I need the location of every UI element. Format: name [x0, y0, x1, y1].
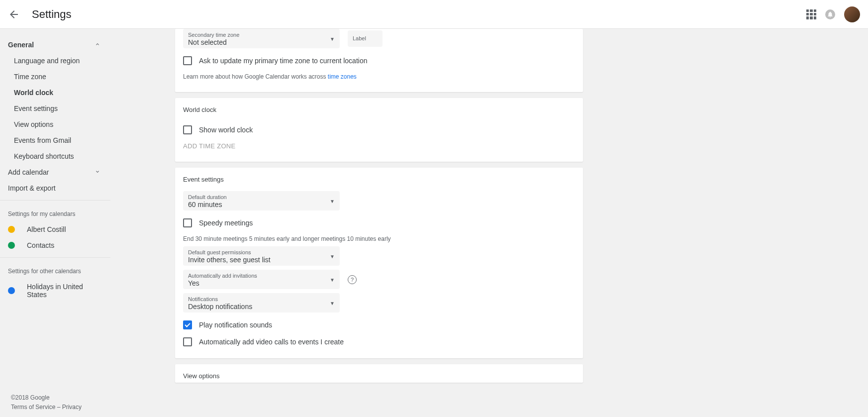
sidebar-item-viewoptions[interactable]: View options [0, 116, 110, 132]
sidebar: General Language and region Time zone Wo… [0, 29, 110, 403]
timezone-label-input[interactable]: Label [348, 30, 383, 47]
dropdown-arrow-icon: ▼ [330, 277, 335, 283]
default-duration-select[interactable]: Default duration 60 minutes ▼ [183, 191, 340, 210]
sidebar-item-gmail[interactable]: Events from Gmail [0, 132, 110, 148]
sidebar-general[interactable]: General [0, 37, 110, 53]
sidebar-item-eventsettings[interactable]: Event settings [0, 101, 110, 116]
checkbox-label: Ask to update my primary time zone to cu… [199, 57, 367, 65]
select-label: Label [353, 35, 366, 41]
apps-icon[interactable] [806, 9, 816, 19]
card-title: World clock [175, 98, 583, 121]
sidebar-item-timezone[interactable]: Time zone [0, 69, 110, 85]
checkbox-label: Play notification sounds [199, 321, 272, 329]
secondary-timezone-select[interactable]: Secondary time zone Not selected ▼ [183, 29, 340, 48]
select-value: Yes [188, 279, 257, 287]
calendar-item[interactable]: Contacts [0, 237, 110, 253]
calendar-item[interactable]: Holidays in United States [0, 279, 110, 303]
sidebar-addcalendar-label: Add calendar [8, 168, 49, 176]
calendar-item-label: Albert Costill [27, 225, 66, 233]
checkbox-label: Show world clock [199, 126, 253, 134]
select-value: 60 minutes [188, 201, 227, 208]
calendar-color-dot [8, 287, 15, 294]
select-label: Secondary time zone [188, 32, 239, 38]
page-title: Settings [32, 8, 72, 21]
back-arrow-icon[interactable] [8, 8, 20, 20]
sidebar-mycalendars-label: Settings for my calendars [0, 207, 110, 221]
sidebar-importexport[interactable]: Import & export [0, 180, 110, 196]
select-label: Notifications [188, 296, 252, 302]
chevron-up-icon [95, 41, 100, 49]
auto-invitations-select[interactable]: Automatically add invitations Yes ▼ [183, 270, 340, 289]
user-avatar[interactable] [844, 6, 860, 22]
show-worldclock-checkbox[interactable] [183, 125, 192, 134]
calendar-item-label: Holidays in United States [27, 283, 102, 299]
timezone-hint: Learn more about how Google Calendar wor… [183, 73, 575, 80]
select-label: Default duration [188, 194, 227, 200]
ask-update-timezone-checkbox[interactable] [183, 56, 192, 65]
select-label: Default guest permissions [188, 249, 271, 255]
main-content: Secondary time zone Not selected ▼ Label… [110, 29, 583, 403]
calendar-item[interactable]: Albert Costill [0, 221, 110, 237]
help-icon[interactable]: ? [348, 275, 357, 284]
select-value: Not selected [188, 38, 239, 46]
card-eventsettings: Event settings Default duration 60 minut… [175, 168, 583, 358]
app-header: Settings [0, 0, 868, 29]
sidebar-othercalendars-label: Settings for other calendars [0, 264, 110, 279]
guest-permissions-select[interactable]: Default guest permissions Invite others,… [183, 246, 340, 266]
calendar-item-label: Contacts [27, 241, 54, 249]
sidebar-addcalendar[interactable]: Add calendar [0, 164, 110, 180]
dropdown-arrow-icon: ▼ [330, 36, 335, 42]
chevron-down-icon [95, 168, 100, 176]
calendar-color-dot [8, 242, 15, 249]
add-timezone-button: ADD TIME ZONE [183, 138, 575, 154]
dropdown-arrow-icon: ▼ [330, 301, 335, 306]
notifications-icon[interactable] [825, 9, 835, 19]
notifications-select[interactable]: Notifications Desktop notifications ▼ [183, 293, 340, 313]
dropdown-arrow-icon: ▼ [330, 254, 335, 259]
checkbox-label: Automatically add video calls to events … [199, 338, 344, 346]
select-label: Automatically add invitations [188, 273, 257, 279]
card-timezone: Secondary time zone Not selected ▼ Label… [175, 29, 583, 92]
checkbox-label: Speedy meetings [199, 219, 253, 227]
auto-video-checkbox[interactable] [183, 337, 192, 346]
card-viewoptions: View options [175, 364, 583, 383]
sidebar-item-language[interactable]: Language and region [0, 53, 110, 69]
calendar-color-dot [8, 226, 15, 233]
card-title: Event settings [175, 168, 583, 191]
speedy-meetings-checkbox[interactable] [183, 218, 192, 227]
speedy-hint: End 30 minute meetings 5 minutes early a… [183, 235, 575, 242]
timezones-link[interactable]: time zones [328, 73, 357, 80]
select-value: Desktop notifications [188, 303, 252, 311]
card-worldclock: World clock Show world clock ADD TIME ZO… [175, 98, 583, 162]
sidebar-general-label: General [8, 41, 34, 49]
play-sounds-checkbox[interactable] [183, 320, 192, 329]
sidebar-item-shortcuts[interactable]: Keyboard shortcuts [0, 148, 110, 164]
header-left: Settings [8, 8, 72, 21]
sidebar-footer: ©2018 Google Terms of Service – Privacy [11, 393, 82, 403]
header-right [806, 6, 860, 22]
select-value: Invite others, see guest list [188, 256, 271, 264]
footer-copyright: ©2018 Google [11, 393, 82, 403]
sidebar-item-worldclock[interactable]: World clock [0, 85, 110, 101]
dropdown-arrow-icon: ▼ [330, 199, 335, 204]
card-title: View options [175, 364, 583, 383]
